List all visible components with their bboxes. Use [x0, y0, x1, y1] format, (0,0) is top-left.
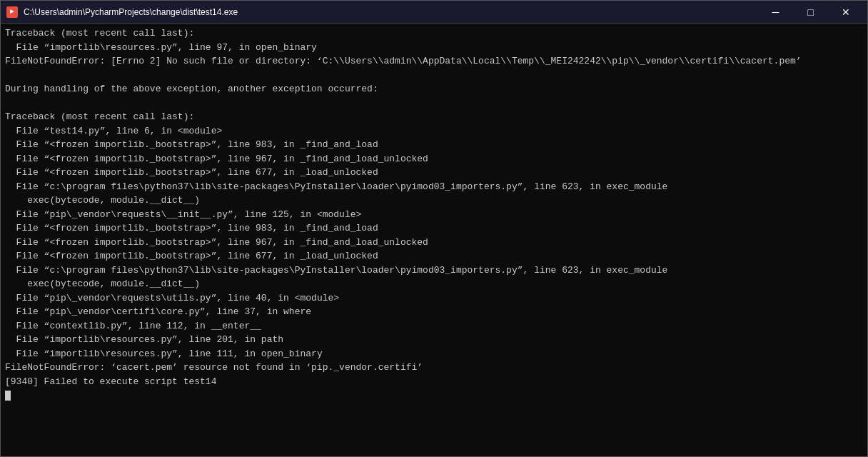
titlebar: ► C:\Users\admin\PycharmProjects\change\…: [1, 1, 867, 24]
console-output: Traceback (most recent call last): File …: [1, 24, 867, 456]
close-button[interactable]: ✕: [829, 5, 862, 19]
app-icon: ►: [6, 6, 18, 18]
window-title: C:\Users\admin\PycharmProjects\change\di…: [24, 7, 760, 17]
window-controls: ─ □ ✕: [760, 5, 862, 19]
minimize-button[interactable]: ─: [760, 5, 792, 19]
window: ► C:\Users\admin\PycharmProjects\change\…: [0, 0, 868, 457]
maximize-button[interactable]: □: [794, 5, 827, 19]
cursor: [5, 391, 11, 401]
